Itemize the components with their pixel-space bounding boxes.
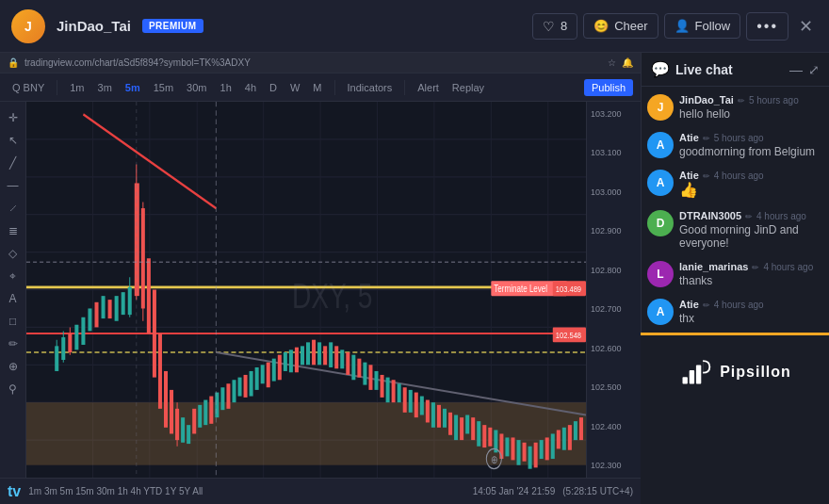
chat-header: 💬 Live chat — ⤢ — [642, 53, 829, 87]
edit-icon: ✏ — [745, 212, 753, 221]
tf-d[interactable]: D — [265, 80, 282, 95]
popout-chat-button[interactable]: ⤢ — [808, 62, 820, 77]
url-bar: 🔒 tradingview.com/chart/aSd5f894?symbol=… — [0, 53, 641, 73]
svg-rect-45 — [153, 290, 156, 378]
svg-rect-53 — [192, 409, 196, 434]
svg-rect-93 — [420, 397, 424, 415]
alert-btn[interactable]: Alert — [413, 80, 444, 95]
right-panel: 💬 Live chat — ⤢ JJinDao_Tai✏5 hours agoh… — [641, 53, 829, 504]
measure-tool[interactable]: ⌖ — [3, 266, 24, 286]
publish-button[interactable]: Publish — [584, 79, 633, 96]
chat-panel: 💬 Live chat — ⤢ JJinDao_Tai✏5 hours agoh… — [641, 53, 829, 333]
svg-rect-108 — [505, 437, 509, 456]
cheer-icon: 😊 — [593, 19, 609, 33]
svg-rect-94 — [426, 400, 430, 423]
symbol-label[interactable]: Q BNY — [8, 80, 49, 95]
chat-msg-time: 4 hours ago — [763, 262, 813, 272]
svg-text:102.548: 102.548 — [556, 330, 581, 340]
crosshair-tool[interactable]: ✛ — [3, 107, 24, 128]
svg-rect-134 — [683, 377, 688, 383]
svg-rect-60 — [232, 380, 236, 402]
svg-rect-74 — [312, 340, 316, 366]
close-button[interactable]: ✕ — [794, 11, 818, 41]
tf-3m[interactable]: 3m — [93, 80, 117, 95]
tf-30m[interactable]: 30m — [182, 80, 211, 95]
chat-msg-time: 4 hours ago — [714, 300, 764, 310]
svg-rect-48 — [170, 390, 173, 434]
svg-rect-114 — [540, 440, 544, 459]
hline-tool[interactable]: — — [3, 175, 24, 196]
tf-1h[interactable]: 1h — [216, 80, 236, 95]
avatar: J — [11, 9, 45, 43]
svg-rect-54 — [198, 405, 202, 428]
more-button[interactable]: ••• — [746, 12, 788, 41]
svg-rect-37 — [122, 292, 125, 315]
chat-bubble-icon: 💬 — [651, 60, 670, 78]
svg-rect-66 — [267, 363, 270, 388]
likes-count: 8 — [561, 19, 567, 33]
tf-4h[interactable]: 4h — [240, 80, 261, 95]
fib-tool[interactable]: ≣ — [3, 220, 24, 241]
edit-icon: ✏ — [703, 134, 710, 143]
price-labels: 103.200 103.100 103.000 102.900 102.800 … — [586, 102, 641, 478]
text-tool[interactable]: A — [3, 288, 24, 309]
chat-msg-time: 4 hours ago — [756, 211, 806, 221]
channel-tool[interactable]: ⟋ — [3, 198, 24, 219]
tf-15m[interactable]: 15m — [149, 80, 178, 95]
time-label: 14:05 Jan '24 21:59 — [473, 486, 556, 496]
svg-rect-68 — [278, 355, 282, 381]
svg-rect-119 — [568, 425, 572, 450]
pipsillon-logo-icon — [678, 353, 712, 391]
minimize-chat-button[interactable]: — — [789, 62, 803, 77]
tradingview-logo: tv — [8, 483, 21, 500]
top-bar: J JinDao_Tai PREMIUM ♡ 8 😊 Cheer 👤 Follo… — [0, 0, 829, 53]
svg-rect-34 — [102, 296, 106, 318]
svg-rect-58 — [220, 387, 224, 410]
indicators-btn[interactable]: Indicators — [343, 80, 398, 95]
svg-rect-98 — [448, 413, 452, 435]
svg-rect-104 — [482, 425, 486, 447]
edit-icon: ✏ — [703, 171, 710, 181]
magnet-tool[interactable]: ⚲ — [3, 379, 24, 399]
chat-message: AAtie✏4 hours ago👍 — [647, 170, 823, 199]
svg-rect-91 — [409, 390, 413, 413]
username-label: JinDao_Tai — [57, 18, 131, 34]
tf-5m[interactable]: 5m — [121, 80, 145, 95]
svg-rect-83 — [363, 363, 366, 385]
pattern-tool[interactable]: ◇ — [3, 243, 24, 264]
svg-rect-121 — [579, 417, 583, 440]
chat-msg-text: thanks — [679, 274, 823, 287]
svg-rect-135 — [690, 370, 694, 383]
heart-icon: ♡ — [543, 19, 555, 34]
follow-button[interactable]: 👤 Follow — [664, 13, 741, 39]
svg-rect-63 — [250, 371, 253, 397]
chat-title-label: Live chat — [675, 62, 733, 77]
replay-btn[interactable]: Replay — [447, 80, 489, 95]
svg-rect-110 — [517, 440, 521, 465]
cheer-button[interactable]: 😊 Cheer — [583, 13, 658, 39]
svg-rect-113 — [534, 443, 538, 468]
svg-text:⊕: ⊕ — [491, 453, 498, 466]
cursor-tool[interactable]: ↖ — [3, 130, 24, 151]
svg-rect-30 — [74, 325, 78, 350]
tf-w[interactable]: W — [285, 80, 304, 95]
svg-rect-101 — [465, 415, 469, 434]
tf-m[interactable]: M — [308, 80, 326, 95]
svg-rect-69 — [284, 352, 287, 371]
shapes-tool[interactable]: □ — [3, 311, 24, 332]
svg-rect-89 — [398, 383, 401, 402]
svg-rect-105 — [488, 428, 492, 447]
chat-msg-time: 5 hours ago — [749, 95, 799, 106]
line-tool[interactable]: ╱ — [3, 153, 24, 173]
likes-button[interactable]: ♡ 8 — [532, 13, 577, 40]
tf-1m[interactable]: 1m — [65, 80, 89, 95]
chat-msg-time: 4 hours ago — [714, 171, 764, 181]
svg-rect-36 — [115, 296, 119, 321]
zoom-tool[interactable]: ⊕ — [3, 356, 24, 377]
svg-rect-85 — [374, 371, 378, 390]
svg-rect-109 — [511, 437, 514, 460]
lock-icon: 🔒 — [8, 57, 19, 68]
svg-rect-32 — [88, 308, 91, 331]
svg-rect-100 — [460, 417, 463, 440]
brush-tool[interactable]: ✏ — [3, 333, 24, 354]
